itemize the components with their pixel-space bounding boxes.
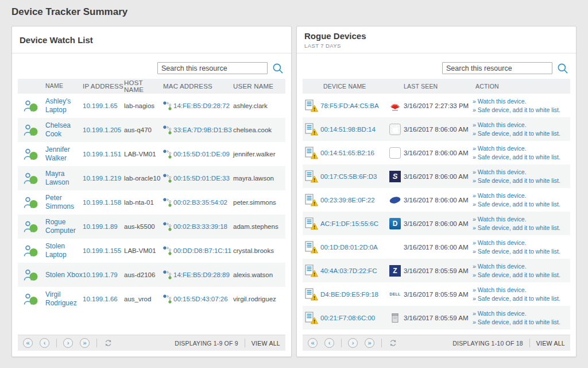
rogue-device-warning-icon: [305, 241, 319, 254]
device-name-link[interactable]: Chelsea Cook: [45, 121, 71, 138]
safe-device-link[interactable]: » Safe device, add it to white list.: [473, 294, 570, 303]
device-name-link[interactable]: Stolen Laptop: [45, 242, 67, 259]
device-name-link[interactable]: Jennifer Walker: [45, 145, 70, 162]
mac-address-link[interactable]: 00:DD:D8:B7:1C:11: [173, 247, 231, 254]
next-page-icon[interactable]: ›: [63, 338, 73, 348]
device-mac-link[interactable]: 00:23:39:8E:0F:22: [320, 197, 375, 204]
device-name-link[interactable]: Ashley's Laptop: [45, 97, 71, 114]
rogue-device-warning-icon: [305, 288, 319, 301]
safe-device-link[interactable]: » Safe device, add it to white list.: [473, 177, 570, 185]
device-name-link[interactable]: Mayra Lawson: [45, 170, 69, 186]
panel-title: Device Watch List: [20, 35, 284, 45]
mac-address-link[interactable]: 00:02:B3:33:39:18: [173, 223, 227, 230]
safe-device-link[interactable]: » Safe device, add it to white list.: [473, 318, 570, 327]
ip-address-link[interactable]: 10.199.1.155: [83, 247, 121, 254]
device-name-link[interactable]: Virgil Rodriguez: [45, 290, 77, 307]
refresh-button[interactable]: [389, 339, 397, 347]
table-row: Jennifer Walker 10.199.1.151 LAB-VM01 00…: [18, 142, 285, 166]
user-name: ashley.clark: [233, 102, 268, 109]
user-status-icon: [24, 220, 38, 233]
safe-device-link[interactable]: » Safe device, add it to white list.: [473, 153, 570, 162]
device-mac-link[interactable]: 00:21:F7:08:6C:00: [320, 315, 375, 321]
safe-device-link[interactable]: » Safe device, add it to white list.: [473, 200, 570, 209]
ip-address-link[interactable]: 10.199.1.79: [83, 271, 118, 278]
safe-device-link[interactable]: » Safe device, add it to white list.: [473, 129, 570, 138]
search-icon: [557, 63, 568, 74]
watch-device-link[interactable]: » Watch this device.: [473, 215, 570, 224]
host-name: LAB-VM01: [124, 151, 156, 158]
ip-address-link[interactable]: 10.199.1.151: [83, 151, 121, 158]
refresh-icon: [389, 339, 397, 347]
search-button[interactable]: [556, 62, 569, 75]
last-page-icon[interactable]: »: [365, 338, 374, 348]
divider: [381, 339, 382, 347]
search-input[interactable]: [157, 62, 268, 74]
ip-address-link[interactable]: 10.199.1.89: [83, 223, 118, 230]
table-header: DEVICE NAME LAST SEEN ACTION: [303, 79, 570, 94]
search-button[interactable]: [272, 62, 284, 75]
displaying-count: DISPLAYING 1-9 OF 9: [175, 340, 238, 347]
divider: [529, 339, 530, 347]
watch-device-link[interactable]: » Watch this device.: [473, 191, 570, 200]
ip-address-link[interactable]: 10.199.1.65: [83, 102, 118, 109]
rogue-device-warning-icon: [305, 123, 319, 136]
table-row: Ashley's Laptop 10.199.1.65 lab-nagios 1…: [18, 94, 285, 118]
mac-address-link[interactable]: 00:15:5D:01:DE:33: [173, 175, 230, 182]
device-name-link[interactable]: Rogue Computer: [45, 218, 76, 235]
table-row: 00:17:C5:5B:6F:D3 S 3/16/2017 8:06:00 AM…: [303, 164, 570, 188]
last-seen-timestamp: 3/16/2017 8:06:00 AM: [404, 173, 473, 180]
search-toolbar: [303, 53, 570, 79]
device-mac-link[interactable]: 00:17:C5:5B:6F:D3: [320, 173, 377, 180]
device-mac-link[interactable]: 00:1D:D8:01:2D:0A: [320, 244, 378, 251]
watch-device-link[interactable]: » Watch this device.: [473, 239, 570, 247]
device-watch-list-panel: Device Watch List NAME IP ADDRESS HOST N…: [11, 26, 292, 357]
mac-address-link[interactable]: 00:15:5D:01:DE:09: [173, 151, 230, 158]
ip-address-link[interactable]: 10.199.1.158: [83, 199, 121, 206]
view-all-button[interactable]: VIEW ALL: [252, 340, 280, 347]
mac-address-link[interactable]: 14:FE:B5:D9:28:89: [173, 271, 230, 278]
safe-device-link[interactable]: » Safe device, add it to white list.: [473, 224, 570, 232]
watch-device-link[interactable]: » Watch this device.: [473, 168, 570, 177]
watch-device-link[interactable]: » Watch this device.: [473, 144, 570, 153]
mac-address-link[interactable]: 00:15:5D:43:07:26: [173, 296, 228, 302]
view-all-button[interactable]: VIEW ALL: [536, 340, 565, 347]
device-mac-link[interactable]: 00:14:51:65:B2:16: [320, 150, 374, 156]
user-name: chelsea.cook: [233, 126, 272, 133]
column-header-ip: IP ADDRESS: [83, 83, 124, 90]
watch-device-link[interactable]: » Watch this device.: [473, 262, 570, 271]
watch-device-link[interactable]: » Watch this device.: [473, 309, 570, 318]
device-name-link[interactable]: Stolen Xbox: [45, 271, 83, 279]
next-page-icon[interactable]: ›: [348, 338, 358, 348]
device-name-link[interactable]: Peter Simmons: [45, 194, 74, 210]
safe-device-link[interactable]: » Safe device, add it to white list.: [473, 106, 570, 114]
device-mac-link[interactable]: 78:F5:FD:A4:C5:BA: [320, 102, 379, 109]
ip-address-link[interactable]: 10.199.1.219: [83, 175, 121, 182]
device-mac-link[interactable]: D4:BE:D9:E5:F9:18: [320, 291, 378, 298]
safe-device-link[interactable]: » Safe device, add it to white list.: [473, 271, 570, 279]
device-mac-link[interactable]: 00:14:51:98:BD:14: [320, 126, 376, 133]
device-mac-link[interactable]: AC:F1:DF:15:55:6C: [320, 220, 378, 227]
first-page-icon[interactable]: «: [23, 338, 33, 348]
mac-address-link[interactable]: 00:02:B3:35:54:02: [173, 199, 227, 206]
panel-subtitle: LAST 7 DAYS: [304, 43, 568, 49]
table-row: Mayra Lawson 10.199.1.219 lab-oracle10 0…: [18, 166, 285, 190]
refresh-button[interactable]: [104, 339, 113, 347]
ip-address-link[interactable]: 10.199.1.66: [83, 296, 118, 302]
device-mac-link[interactable]: 40:4A:03:7D:22:FC: [320, 267, 377, 274]
search-input[interactable]: [442, 62, 552, 74]
last-page-icon[interactable]: »: [80, 338, 90, 348]
watch-device-link[interactable]: » Watch this device.: [473, 286, 570, 294]
last-seen-timestamp: 3/16/2017 2:27:33 PM: [404, 102, 473, 109]
rogue-device-warning-icon: [305, 312, 319, 324]
first-page-icon[interactable]: «: [308, 338, 318, 348]
safe-device-link[interactable]: » Safe device, add it to white list.: [473, 247, 570, 256]
prev-page-icon[interactable]: ‹: [324, 338, 334, 348]
table-row: Chelsea Cook 10.199.1.205 aus-q470 33:EA…: [18, 118, 285, 142]
mac-address-link[interactable]: 33:EA:7D:9B:D1:B3: [173, 126, 232, 133]
mac-address-link[interactable]: 14:FE:B5:D9:28:72: [173, 102, 230, 109]
ip-address-link[interactable]: 10.199.1.205: [83, 126, 121, 133]
watch-device-link[interactable]: » Watch this device.: [473, 121, 570, 129]
prev-page-icon[interactable]: ‹: [40, 338, 49, 348]
watch-device-link[interactable]: » Watch this device.: [473, 97, 570, 106]
host-name: lab-nagios: [124, 102, 154, 109]
